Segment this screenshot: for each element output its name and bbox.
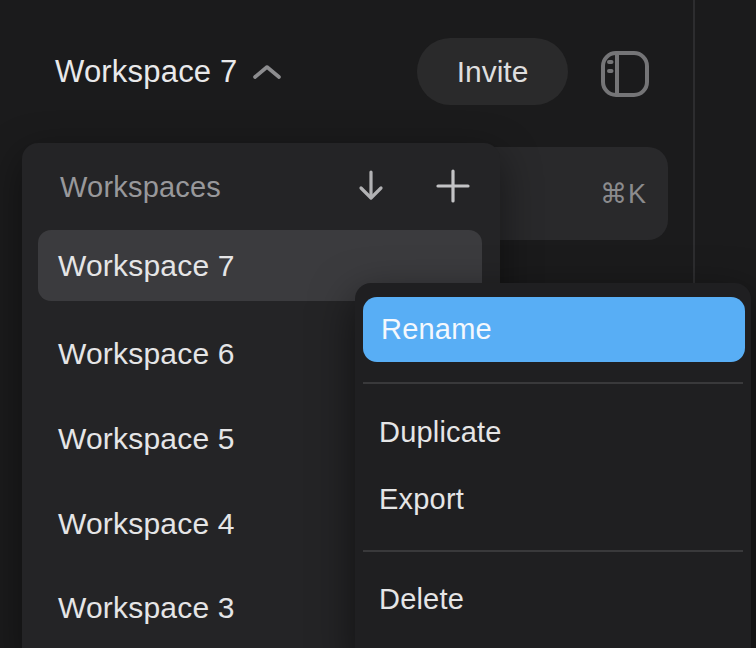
workspace-item-label: Workspace 6 [38,337,235,371]
page-title: Workspace 7 [55,54,238,90]
invite-button[interactable]: Invite [417,38,568,105]
menu-divider [363,550,743,552]
arrow-down-icon [356,169,386,206]
workspace-context-menu: Rename Duplicate Export Delete [355,283,751,648]
pane-divider [693,0,695,283]
workspace-switcher[interactable]: Workspace 7 [55,52,282,92]
sidebar-panel-icon [600,50,650,101]
plus-icon [436,169,470,206]
add-workspace-button[interactable] [427,165,479,209]
workspaces-title: Workspaces [60,165,221,209]
sort-workspaces-button[interactable] [345,165,397,209]
chevron-up-icon [252,63,282,81]
menu-divider [363,382,743,384]
context-menu-item-duplicate[interactable]: Duplicate [363,400,745,465]
command-shortcut-badge: ⌘K [600,147,647,240]
workspace-item-label: Workspace 3 [38,591,235,625]
workspace-item-label: Workspace 4 [38,507,235,541]
workspace-item-label: Workspace 7 [38,249,235,283]
context-menu-item-rename[interactable]: Rename [363,297,745,362]
context-menu-item-export[interactable]: Export [363,467,745,532]
workspaces-header: Workspaces [22,165,500,209]
workspace-item-label: Workspace 5 [38,422,235,456]
context-menu-item-delete[interactable]: Delete [363,567,745,632]
sidebar-toggle-button[interactable] [600,51,650,99]
